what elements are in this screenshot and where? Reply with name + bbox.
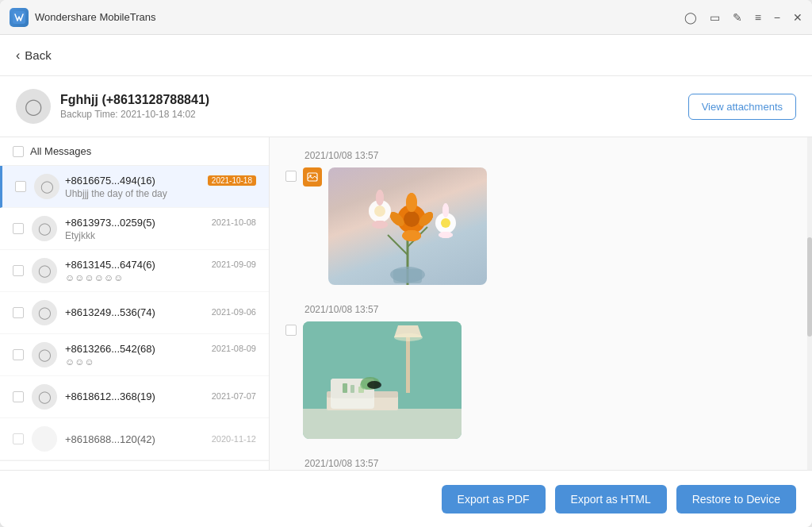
conversation-item[interactable]: ◯ +8613249...536(74) 2021-09-06 (0, 292, 269, 334)
conv-checkbox-2[interactable] (13, 265, 24, 276)
msg-checkbox-1[interactable] (285, 325, 297, 336)
conv-name-0: +8616675...494(16) (65, 175, 155, 187)
conv-date-5: 2021-07-07 (212, 391, 256, 401)
conv-top-6: +8618688...120(42) 2020-11-12 (65, 433, 256, 445)
scrollbar-track (807, 137, 812, 470)
restore-to-device-button[interactable]: Restore to Device (676, 485, 796, 514)
view-attachments-button[interactable]: View attachments (688, 94, 796, 120)
svg-point-7 (404, 211, 419, 227)
contact-info: Fghhjj (+8613128788841) Backup Time: 202… (60, 93, 688, 120)
titlebar: Wondershare MobileTrans ◯ ▭ ✎ ≡ − ✕ (0, 0, 812, 35)
conversation-item[interactable]: ◯ +8613266...542(68) 2021-08-09 ☺☺☺ (0, 334, 269, 376)
conv-avatar-5: ◯ (32, 384, 57, 410)
deleted-only-row: Only show deleted Messages (0, 460, 269, 470)
svg-point-25 (442, 203, 449, 217)
message-item-1 (285, 321, 796, 439)
conv-info-2: +8613145...6474(6) 2021-09-09 ☺☺☺☺☺☺ (65, 259, 256, 283)
window-icon[interactable]: ▭ (710, 11, 720, 24)
message-group-1: 2021/10/08 13:57 (285, 304, 796, 439)
conv-checkbox-4[interactable] (13, 349, 24, 360)
window-controls: ◯ ▭ ✎ ≡ − ✕ (684, 11, 802, 24)
conv-name-5: +8618612...368(19) (65, 390, 155, 402)
minimize-icon[interactable]: − (774, 11, 780, 24)
menu-icon[interactable]: ≡ (755, 11, 761, 24)
back-button[interactable]: ‹ Back (16, 48, 52, 63)
message-group-0: 2021/10/08 13:57 (285, 150, 796, 285)
conv-checkbox-3[interactable] (13, 307, 24, 318)
conv-avatar-0: ◯ (34, 174, 59, 199)
conversation-item[interactable]: ◯ +8613145...6474(6) 2021-09-09 ☺☺☺☺☺☺ (0, 250, 269, 292)
conv-preview-0: Uhbjjj the day of the day (65, 188, 256, 199)
main-content: All Messages ◯ +8616675...494(16) 2021-1… (0, 137, 812, 470)
message-image-1 (303, 321, 462, 439)
conv-avatar-3: ◯ (32, 300, 57, 325)
contact-name: Fghhjj (+8613128788841) (60, 93, 688, 107)
svg-rect-33 (406, 337, 410, 393)
svg-point-20 (372, 221, 388, 229)
msg-media-icon-0 (303, 167, 322, 187)
message-timestamp-1: 2021/10/08 13:57 (285, 304, 796, 315)
svg-point-11 (402, 230, 421, 241)
conv-name-6: +8618688...120(42) (65, 433, 155, 445)
conversation-item[interactable]: ◯ +8618612...368(19) 2021-07-07 (0, 376, 269, 418)
conv-checkbox-6[interactable] (13, 433, 24, 444)
conv-info-4: +8613266...542(68) 2021-08-09 ☺☺☺ (65, 343, 256, 367)
back-arrow-icon: ‹ (16, 48, 20, 63)
conversation-item[interactable]: ◯ +8616675...494(16) 2021-10-18 Uhbjjj t… (0, 166, 269, 208)
conv-avatar-4: ◯ (32, 342, 57, 367)
conv-top-5: +8618612...368(19) 2021-07-07 (65, 390, 256, 402)
conv-date-2: 2021-09-09 (212, 260, 256, 269)
svg-rect-40 (343, 383, 347, 393)
message-timestamp-2: 2021/10/08 13:57 (285, 458, 796, 469)
conv-checkbox-5[interactable] (13, 391, 24, 402)
conv-info-3: +8613249...536(74) 2021-09-06 (65, 306, 256, 320)
top-nav: ‹ Back (0, 35, 812, 76)
conv-date-1: 2021-10-08 (212, 217, 256, 227)
edit-icon[interactable]: ✎ (733, 11, 742, 24)
svg-point-26 (439, 232, 453, 238)
app-logo (10, 8, 29, 27)
export-pdf-button[interactable]: Export as PDF (442, 485, 546, 514)
conv-top-2: +8613145...6474(6) 2021-09-09 (65, 259, 256, 271)
contact-backup: Backup Time: 2021-10-18 14:02 (60, 109, 688, 120)
svg-point-27 (441, 218, 450, 228)
conv-info-1: +8613973...0259(5) 2021-10-08 Etyjkkk (65, 217, 256, 241)
export-html-button[interactable]: Export as HTML (555, 485, 667, 514)
svg-point-35 (394, 333, 423, 341)
message-image-0 (328, 167, 487, 285)
conv-name-4: +8613266...542(68) (65, 343, 155, 355)
svg-rect-29 (393, 269, 422, 283)
all-messages-row: All Messages (0, 137, 269, 166)
messages-panel: 2021/10/08 13:57 (270, 137, 812, 470)
conv-checkbox-0[interactable] (15, 181, 26, 192)
close-icon[interactable]: ✕ (793, 11, 802, 24)
conversation-item[interactable]: ◯ +8613973...0259(5) 2021-10-08 Etyjkkk (0, 208, 269, 250)
conversation-item[interactable]: +8618688...120(42) 2020-11-12 (0, 418, 269, 460)
conv-info-6: +8618688...120(42) 2020-11-12 (65, 433, 256, 445)
all-messages-label: All Messages (30, 145, 91, 157)
conv-preview-2: ☺☺☺☺☺☺ (65, 272, 256, 283)
back-label: Back (25, 48, 51, 62)
conv-preview-1: Etyjkkk (65, 230, 256, 241)
messages-scroll[interactable]: 2021/10/08 13:57 (270, 137, 812, 470)
svg-point-19 (376, 190, 384, 206)
conv-preview-4: ☺☺☺ (65, 356, 256, 367)
svg-point-21 (374, 206, 385, 217)
conv-top-4: +8613266...542(68) 2021-08-09 (65, 343, 256, 355)
scrollbar-thumb[interactable] (807, 237, 812, 337)
conv-date-6: 2020-11-12 (212, 434, 256, 444)
action-bar: Export as PDF Export as HTML Restore to … (0, 470, 812, 527)
conv-date-0: 2021-10-18 (208, 175, 256, 186)
conv-checkbox-1[interactable] (13, 223, 24, 234)
msg-checkbox-0[interactable] (285, 171, 297, 182)
message-group-2: 2021/10/08 13:57 (285, 458, 796, 470)
user-icon[interactable]: ◯ (684, 11, 697, 24)
all-messages-checkbox[interactable] (13, 146, 24, 157)
message-timestamp-0: 2021/10/08 13:57 (285, 150, 796, 161)
svg-point-10 (406, 193, 417, 212)
conversations-panel: All Messages ◯ +8616675...494(16) 2021-1… (0, 137, 270, 470)
conv-name-3: +8613249...536(74) (65, 306, 155, 318)
conv-name-1: +8613973...0259(5) (65, 217, 155, 229)
conv-avatar-1: ◯ (32, 216, 57, 241)
svg-rect-31 (303, 409, 462, 439)
